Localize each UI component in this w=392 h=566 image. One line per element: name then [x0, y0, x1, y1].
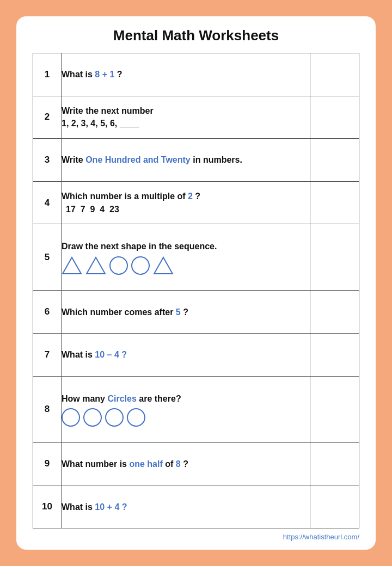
answer-cell[interactable] — [310, 53, 359, 96]
table-row: 10 What is 10 + 4 ? — [33, 485, 359, 528]
question-cell: What is 10 – 4 ? — [62, 334, 310, 377]
row-number: 4 — [33, 181, 62, 224]
highlight-text: 2 — [188, 192, 193, 201]
row-number: 6 — [33, 291, 62, 334]
worksheet-page: Mental Math Worksheets 1 What is 8 + 1 ?… — [16, 16, 376, 550]
footer: https://whatistheurl.com/ — [33, 533, 359, 541]
table-row: 6 Which number comes after 5 ? — [33, 291, 359, 334]
page-title: Mental Math Worksheets — [113, 27, 279, 44]
row-number: 1 — [33, 53, 62, 96]
answer-cell[interactable] — [310, 334, 359, 377]
highlight-text: One Hundred and Twenty — [85, 155, 191, 164]
highlight-text: 10 – 4 ? — [95, 350, 127, 359]
circle-icon — [131, 256, 150, 275]
svg-marker-0 — [63, 257, 81, 274]
table-row: 8 How many Circles are there? — [33, 376, 359, 442]
triangle-icon — [85, 256, 106, 275]
table-row: 9 What number is one half of 8 ? — [33, 442, 359, 485]
shapes-sequence — [62, 256, 310, 275]
row-number: 8 — [33, 376, 62, 442]
highlight-text: one half — [129, 459, 162, 469]
highlight-text: 10 + 4 ? — [95, 502, 127, 512]
circle-icon — [83, 408, 102, 427]
row-number: 7 — [33, 334, 62, 377]
answer-cell[interactable] — [310, 485, 359, 528]
circle-icon — [127, 408, 145, 427]
table-row: 5 Draw the next shape in the sequence. — [33, 224, 359, 291]
answer-cell[interactable] — [310, 376, 359, 442]
answer-cell[interactable] — [310, 442, 359, 485]
table-row: 2 Write the next number 1, 2, 3, 4, 5, 6… — [33, 96, 359, 139]
circle-icon — [62, 408, 80, 427]
triangle-icon — [62, 256, 82, 275]
worksheet-table: 1 What is 8 + 1 ? 2 Write the next numbe… — [33, 53, 359, 528]
answer-cell[interactable] — [310, 224, 359, 291]
row-number: 2 — [33, 96, 62, 139]
table-row: 3 Write One Hundred and Twenty in number… — [33, 139, 359, 182]
question-cell: Draw the next shape in the sequence. — [62, 224, 310, 291]
circle-icon — [109, 256, 128, 275]
answer-cell[interactable] — [310, 139, 359, 182]
numbers-list: 17 7 9 4 23 — [66, 205, 119, 214]
answer-cell[interactable] — [310, 181, 359, 224]
table-row: 1 What is 8 + 1 ? — [33, 53, 359, 96]
question-cell: Write One Hundred and Twenty in numbers. — [62, 139, 310, 182]
row-number: 9 — [33, 442, 62, 485]
highlight-text-2: 8 — [176, 459, 181, 469]
row-number: 5 — [33, 224, 62, 291]
highlight-text: Circles — [107, 394, 136, 403]
question-cell: What is 8 + 1 ? — [62, 53, 310, 96]
question-cell: Write the next number 1, 2, 3, 4, 5, 6, … — [62, 96, 310, 139]
question-cell: Which number is a multiple of 2 ? 17 7 9… — [62, 181, 310, 224]
footer-link[interactable]: https://whatistheurl.com/ — [283, 533, 359, 541]
highlight-text: 5 — [176, 307, 181, 317]
table-row: 4 Which number is a multiple of 2 ? 17 7… — [33, 181, 359, 224]
triangle-icon — [153, 256, 174, 275]
question-cell: What number is one half of 8 ? — [62, 442, 310, 485]
highlight-text: 8 + 1 — [95, 70, 114, 79]
row-number: 10 — [33, 485, 62, 528]
question-cell: How many Circles are there? — [62, 376, 310, 442]
question-cell: Which number comes after 5 ? — [62, 291, 310, 334]
question-cell: What is 10 + 4 ? — [62, 485, 310, 528]
answer-cell[interactable] — [310, 291, 359, 334]
circles-row — [62, 408, 310, 427]
circle-icon — [105, 408, 124, 427]
answer-cell[interactable] — [310, 96, 359, 139]
row-number: 3 — [33, 139, 62, 182]
svg-marker-1 — [87, 257, 105, 274]
svg-marker-2 — [154, 257, 173, 274]
table-row: 7 What is 10 – 4 ? — [33, 334, 359, 377]
